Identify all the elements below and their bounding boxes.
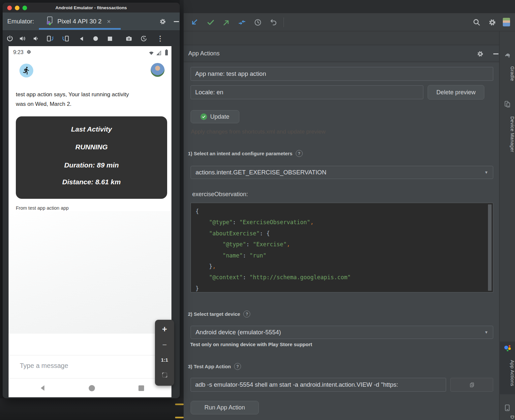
commit-icon[interactable] [206, 17, 216, 27]
search-icon[interactable] [472, 17, 482, 27]
status-gear-icon [26, 49, 31, 56]
back-icon[interactable] [77, 34, 86, 43]
tool-tab-app-actions[interactable]: App Actions [500, 355, 515, 392]
overview-icon[interactable] [105, 34, 114, 43]
cell-signal-icon [156, 50, 162, 57]
emulator-titlebar: Android Emulator - fitnessactions [3, 3, 180, 13]
user-avatar [151, 63, 165, 77]
battery-icon [165, 49, 168, 57]
parameter-label: exerciseObservation: [192, 191, 248, 198]
copy-command-button[interactable] [450, 378, 493, 392]
device-manager-icon [504, 101, 511, 108]
intent-parameters-editor[interactable]: { "@type": "ExerciseObservation", "about… [191, 203, 493, 292]
close-tab-icon[interactable]: × [107, 18, 111, 25]
tool-window-strip: Gradle Device Manager App Actions D [499, 31, 515, 420]
nav-home-button[interactable] [88, 384, 96, 392]
delete-preview-button[interactable]: Delete preview [428, 85, 484, 100]
studio-left-gutter [180, 0, 184, 420]
locale-field[interactable]: Locale: en [191, 85, 423, 99]
toolbar-separator [284, 17, 284, 27]
help-icon[interactable]: ? [243, 311, 250, 317]
screenshot-camera-icon[interactable] [124, 34, 134, 43]
tool-tab-gradle[interactable]: Gradle [500, 62, 515, 85]
notification-text: test app action says, Your last running … [16, 90, 129, 109]
emulator-window: Android Emulator - fitnessactions Emulat… [3, 3, 180, 398]
device-note: Test only on running device with Play St… [190, 342, 312, 347]
rollback-icon[interactable] [269, 17, 279, 27]
partial-tab-label[interactable]: D [500, 414, 515, 420]
app-icon-runner [19, 64, 33, 77]
adb-command-field[interactable]: adb -s emulator-5554 shell am start -a a… [191, 378, 446, 392]
emulator-controls: ⋮ [3, 30, 180, 46]
update-hint-text: Apply changes from shortcuts.xml and upd… [191, 129, 325, 135]
actual-size-button[interactable]: 1:1 [155, 357, 174, 363]
divider [9, 378, 171, 378]
app-name-field[interactable]: App name: test app action [191, 67, 493, 81]
copy-icon [469, 382, 475, 388]
run-app-action-button[interactable]: Run App Action [191, 401, 259, 414]
device-tab[interactable]: Pixel 4 API 30 2 × [46, 13, 111, 30]
divider [9, 355, 171, 355]
target-device-value: Android device (emulator-5554) [196, 329, 281, 336]
sync-diff-icon[interactable] [237, 17, 247, 27]
history-icon[interactable] [253, 17, 263, 27]
editor-scrollbar[interactable] [488, 204, 492, 291]
profile-avatar[interactable] [503, 18, 510, 26]
panel-gear-icon[interactable] [475, 49, 485, 59]
fit-to-window-icon [162, 372, 168, 378]
fit-to-window-button[interactable] [155, 372, 174, 379]
help-icon[interactable]: ? [296, 150, 303, 157]
virtual-device-icon [46, 16, 54, 27]
card-distance: Distance: 8.61 km [16, 178, 167, 186]
rotate-right-icon[interactable] [61, 34, 70, 43]
step1-label: 1) Select an intent and configure parame… [188, 150, 303, 157]
zoom-out-button[interactable]: − [155, 340, 174, 349]
emulator-gear-icon[interactable] [158, 16, 167, 26]
device-tab-label: Pixel 4 API 30 2 [57, 18, 102, 25]
status-time: 9:23 [13, 49, 23, 55]
runner-icon [22, 66, 31, 75]
update-button[interactable]: Update [191, 110, 239, 123]
home-icon[interactable] [91, 34, 100, 43]
settings-gear-icon[interactable] [487, 17, 497, 27]
power-icon[interactable] [5, 34, 15, 43]
snapshots-icon[interactable] [139, 34, 148, 43]
screenshot-stage: App Actions App name: test app action Lo… [0, 0, 515, 420]
panel-title: App Actions [188, 45, 220, 62]
bookmark-dash [175, 417, 184, 418]
emulator-tab-row: Emulator: Pixel 4 API 30 2 × [3, 13, 180, 30]
message-input[interactable]: Type a message [20, 362, 68, 370]
chevron-down-icon: ▼ [484, 330, 488, 335]
nav-back-button[interactable] [39, 384, 47, 392]
step2-label: 2) Select target device ? [188, 311, 250, 317]
assistant-icon [504, 345, 511, 352]
studio-main-toolbar [184, 13, 515, 31]
studio-titlebar [184, 0, 515, 13]
update-check-icon [200, 113, 207, 120]
logcat-device-icon[interactable] [504, 404, 511, 411]
intent-dropdown-value: actions.intent.GET_EXERCISE_OBSERVATION [196, 169, 326, 176]
emulator-minimize-icon[interactable] [171, 16, 180, 26]
volume-up-icon[interactable] [18, 34, 27, 43]
update-project-icon[interactable] [189, 17, 199, 27]
desktop-background [0, 398, 184, 420]
intent-dropdown[interactable]: actions.intent.GET_EXERCISE_OBSERVATION … [191, 166, 493, 179]
wifi-icon [148, 50, 154, 57]
help-icon[interactable]: ? [234, 363, 241, 370]
volume-down-icon[interactable] [31, 34, 40, 43]
rotate-left-icon[interactable] [45, 34, 55, 43]
more-options-icon[interactable]: ⋮ [156, 34, 165, 43]
target-device-dropdown[interactable]: Android device (emulator-5554) ▼ [191, 326, 493, 339]
zoom-in-button[interactable]: + [155, 324, 174, 334]
tool-tab-device-manager[interactable]: Device Manager [500, 111, 515, 157]
activity-card: Last Activity RUNNING Duration: 89 min D… [16, 116, 167, 199]
active-tab-underline [39, 28, 121, 30]
update-button-label: Update [210, 113, 229, 120]
emulator-zoom-panel: + − 1:1 [155, 320, 174, 386]
nav-overview-button[interactable] [137, 384, 145, 392]
android-studio-window: App Actions App name: test app action Lo… [180, 0, 515, 420]
app-actions-panel: App name: test app action Locale: en Del… [184, 62, 499, 420]
card-title: Last Activity [16, 125, 167, 133]
card-activity: RUNNING [16, 143, 167, 151]
push-icon[interactable] [222, 17, 231, 27]
